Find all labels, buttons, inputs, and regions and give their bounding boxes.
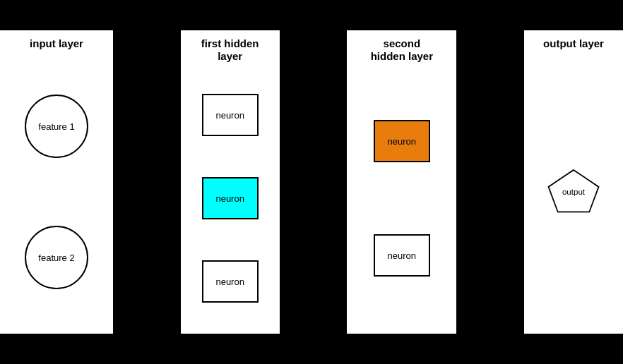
input-node-feature2: feature 2 [25,226,88,289]
gap-3 [456,30,524,334]
gap-2 [280,30,348,334]
output-layer-title: output layer [543,37,604,50]
second-hidden-layer-panel: secondhidden layer neuron neuron [347,30,456,334]
input-nodes-container: feature 1 feature 2 [0,57,113,334]
neural-network-diagram: input layer feature 1 feature 2 first hi… [0,0,623,364]
input-layer-panel: input layer feature 1 feature 2 [0,30,113,334]
output-node: output [545,166,602,219]
shl-neuron-1: neuron [374,120,430,162]
shl-neuron-2: neuron [374,234,430,277]
fhl-nodes-container: neuron neuron neuron [181,70,280,334]
input-layer-title: input layer [30,37,83,50]
first-hidden-layer-panel: first hiddenlayer neuron neuron neuron [181,30,280,334]
svg-text:output: output [562,188,586,196]
fhl-neuron-3: neuron [202,260,259,303]
fhl-neuron-1: neuron [202,94,259,136]
gap-1 [113,30,181,334]
fhl-neuron-2: neuron [202,177,259,219]
shl-nodes-container: neuron neuron [347,70,456,334]
second-hidden-layer-title: secondhidden layer [371,37,433,63]
input-node-feature1: feature 1 [25,95,88,158]
output-nodes-container: output [524,57,623,334]
first-hidden-layer-title: first hiddenlayer [201,37,259,63]
output-layer-panel: output layer output [524,30,623,334]
